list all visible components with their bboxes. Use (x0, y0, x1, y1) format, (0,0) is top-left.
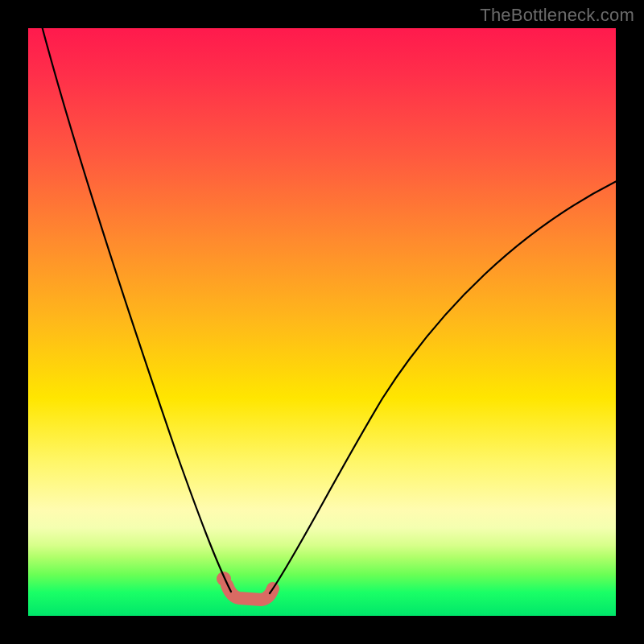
curve-left-branch (40, 20, 231, 592)
trough-highlight (227, 585, 273, 600)
curve-right-branch (270, 180, 620, 593)
plot-area (28, 28, 616, 616)
curves-svg (28, 28, 616, 616)
chart-frame: TheBottleneck.com (0, 0, 644, 644)
watermark-text: TheBottleneck.com (480, 5, 634, 26)
